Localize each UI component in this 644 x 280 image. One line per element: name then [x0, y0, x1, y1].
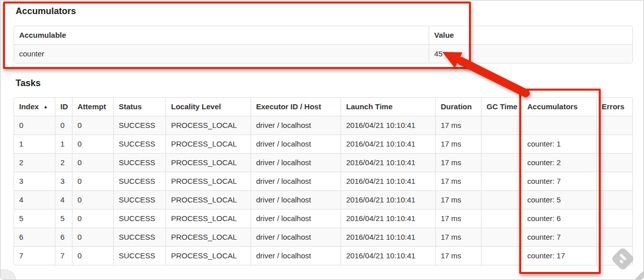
task-id-cell: 7: [55, 246, 72, 265]
task-accumulators-cell: counter: 1: [522, 134, 596, 153]
task-errors-cell: [596, 116, 632, 134]
status-column-header[interactable]: Status: [113, 98, 166, 116]
task-gc-time-cell: [481, 134, 522, 153]
accumulable-name-cell: counter: [14, 44, 429, 63]
task-gc-time-cell: [481, 228, 522, 246]
task-gc-time-cell: [481, 246, 522, 265]
task-gc-time-cell: [481, 116, 522, 134]
attempt-column-header[interactable]: Attempt: [72, 98, 113, 116]
task-row: 6 6 0 SUCCESS PROCESS_LOCAL driver / loc…: [14, 228, 632, 246]
task-index-cell: 2: [14, 153, 55, 172]
task-id-cell: 2: [55, 153, 72, 172]
task-locality-cell: PROCESS_LOCAL: [166, 116, 251, 134]
tasks-table-header-row: Index▲ ID Attempt Status Locality Level …: [14, 98, 632, 116]
task-accumulators-cell: counter: 2: [522, 153, 596, 172]
task-index-cell: 6: [14, 228, 55, 246]
task-errors-cell: [596, 228, 632, 246]
task-status-cell: SUCCESS: [113, 134, 166, 153]
task-errors-cell: [596, 246, 632, 265]
task-accumulators-cell: [522, 116, 596, 134]
task-errors-cell: [596, 190, 632, 209]
task-row: 1 1 0 SUCCESS PROCESS_LOCAL driver / loc…: [14, 134, 632, 153]
value-column-header[interactable]: Value: [429, 26, 632, 44]
accumulator-row: counter 45: [14, 44, 632, 63]
task-launch-time-cell: 2016/04/21 10:10:41: [341, 209, 435, 228]
task-launch-time-cell: 2016/04/21 10:10:41: [341, 134, 435, 153]
task-id-cell: 3: [55, 172, 72, 190]
task-index-cell: 7: [14, 246, 55, 265]
corner-blob-decoration: [0, 269, 16, 280]
task-id-cell: 6: [55, 228, 72, 246]
task-accumulators-cell: counter: 7: [522, 228, 596, 246]
accumulable-value-cell: 45: [429, 44, 632, 63]
task-attempt-cell: 0: [72, 246, 113, 265]
task-locality-cell: PROCESS_LOCAL: [166, 228, 251, 246]
task-duration-cell: 17 ms: [435, 116, 481, 134]
task-row: 4 4 0 SUCCESS PROCESS_LOCAL driver / loc…: [14, 190, 632, 209]
task-index-cell: 1: [14, 134, 55, 153]
task-index-cell: 5: [14, 209, 55, 228]
task-launch-time-cell: 2016/04/21 10:10:41: [341, 246, 435, 265]
task-executor-cell: driver / localhost: [251, 116, 341, 134]
task-id-cell: 0: [55, 116, 72, 134]
task-accumulators-cell: counter: 5: [522, 190, 596, 209]
accumulable-column-header[interactable]: Accumulable: [14, 26, 429, 44]
tasks-table: Index▲ ID Attempt Status Locality Level …: [14, 97, 633, 265]
accumulators-table-header-row: Accumulable Value: [14, 26, 632, 44]
task-attempt-cell: 0: [72, 209, 113, 228]
task-errors-cell: [596, 134, 632, 153]
task-launch-time-cell: 2016/04/21 10:10:41: [341, 172, 435, 190]
task-row: 5 5 0 SUCCESS PROCESS_LOCAL driver / loc…: [14, 209, 632, 228]
task-duration-cell: 17 ms: [435, 228, 481, 246]
page-content: Accumulators Accumulable Value counter 4…: [1, 1, 643, 265]
task-attempt-cell: 0: [72, 190, 113, 209]
task-locality-cell: PROCESS_LOCAL: [166, 209, 251, 228]
task-duration-cell: 17 ms: [435, 153, 481, 172]
task-status-cell: SUCCESS: [113, 209, 166, 228]
gc-time-column-header[interactable]: GC Time: [481, 98, 522, 116]
task-executor-cell: driver / localhost: [251, 153, 341, 172]
task-executor-cell: driver / localhost: [251, 172, 341, 190]
task-index-cell: 3: [14, 172, 55, 190]
task-duration-cell: 17 ms: [435, 172, 481, 190]
executor-id-host-column-header[interactable]: Executor ID / Host: [251, 98, 341, 116]
accumulators-section-heading: Accumulators: [14, 6, 631, 17]
task-row: 3 3 0 SUCCESS PROCESS_LOCAL driver / loc…: [14, 172, 632, 190]
task-index-cell: 0: [14, 116, 55, 134]
task-errors-cell: [596, 209, 632, 228]
task-status-cell: SUCCESS: [113, 172, 166, 190]
task-errors-cell: [596, 172, 632, 190]
task-index-cell: 4: [14, 190, 55, 209]
task-executor-cell: driver / localhost: [251, 190, 341, 209]
task-attempt-cell: 0: [72, 172, 113, 190]
task-executor-cell: driver / localhost: [251, 209, 341, 228]
task-status-cell: SUCCESS: [113, 228, 166, 246]
task-accumulators-cell: counter: 7: [522, 172, 596, 190]
errors-column-header[interactable]: Errors: [596, 98, 632, 116]
task-attempt-cell: 0: [72, 228, 113, 246]
index-column-header[interactable]: Index▲: [14, 98, 55, 116]
task-row: 7 7 0 SUCCESS PROCESS_LOCAL driver / loc…: [14, 246, 632, 265]
sort-ascending-icon: ▲: [43, 104, 48, 109]
task-executor-cell: driver / localhost: [251, 246, 341, 265]
task-locality-cell: PROCESS_LOCAL: [166, 153, 251, 172]
task-gc-time-cell: [481, 209, 522, 228]
task-executor-cell: driver / localhost: [251, 134, 341, 153]
task-gc-time-cell: [481, 190, 522, 209]
id-column-header[interactable]: ID: [55, 98, 72, 116]
duration-column-header[interactable]: Duration: [435, 98, 481, 116]
launch-time-column-header[interactable]: Launch Time: [341, 98, 435, 116]
task-status-cell: SUCCESS: [113, 246, 166, 265]
accumulators-column-header[interactable]: Accumulators: [522, 98, 596, 116]
spark-ui-page: Accumulators Accumulable Value counter 4…: [0, 0, 644, 280]
locality-level-column-header[interactable]: Locality Level: [166, 98, 251, 116]
task-accumulators-cell: counter: 6: [522, 209, 596, 228]
task-id-cell: 4: [55, 190, 72, 209]
task-locality-cell: PROCESS_LOCAL: [166, 246, 251, 265]
task-gc-time-cell: [481, 153, 522, 172]
task-status-cell: SUCCESS: [113, 190, 166, 209]
task-locality-cell: PROCESS_LOCAL: [166, 134, 251, 153]
tasks-tbody: 0 0 0 SUCCESS PROCESS_LOCAL driver / loc…: [14, 116, 632, 265]
task-duration-cell: 17 ms: [435, 246, 481, 265]
accumulators-table: Accumulable Value counter 45: [14, 26, 633, 63]
